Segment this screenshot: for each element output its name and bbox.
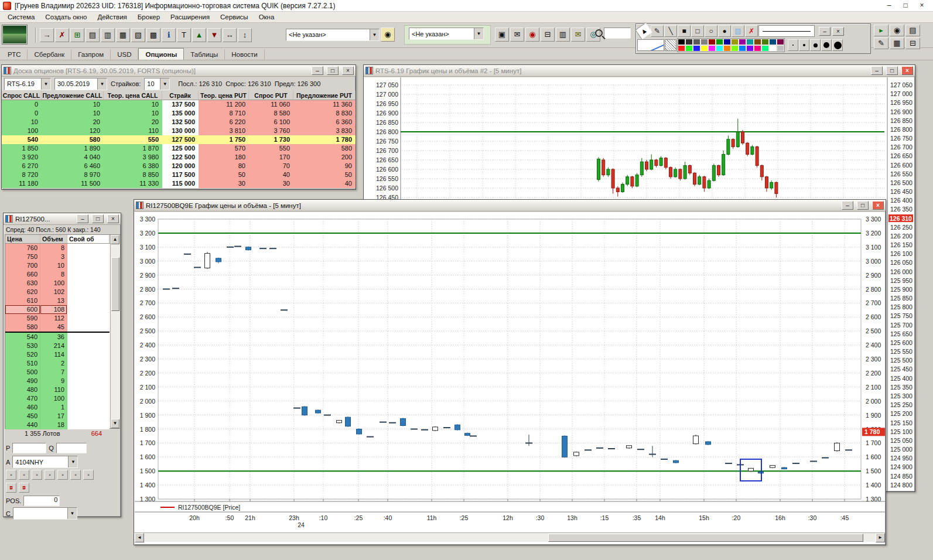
depth-volume-cell[interactable]: 114 — [40, 350, 67, 359]
column-header-2[interactable]: Теор. цена CALL — [104, 91, 162, 100]
ri-close-button[interactable]: × — [872, 201, 884, 210]
depth-row[interactable]: 6608 — [5, 270, 120, 279]
column-header-4[interactable]: Теор. цена PUT — [199, 91, 249, 100]
menu-item-брокер[interactable]: Брокер — [132, 12, 165, 22]
depth-scrollbar[interactable]: ▲ ▼ — [110, 235, 120, 428]
portfolio-table-icon[interactable]: ▧ — [131, 28, 145, 42]
depth-price-cell[interactable]: 460 — [5, 403, 40, 412]
menu-item-расширения[interactable]: Расширения — [165, 12, 215, 22]
option-price-cell[interactable]: 580 — [42, 135, 104, 144]
color-swatch-15[interactable] — [685, 45, 693, 52]
rts-chart-titlebar[interactable]: RTS-6.19 График цены и объёма #2 - [5 ми… — [364, 65, 915, 77]
color-swatch-16[interactable] — [693, 45, 700, 52]
tool-button-5[interactable]: ▪ — [57, 470, 68, 480]
depth-volume-cell[interactable]: 100 — [40, 394, 67, 403]
option-price-cell[interactable]: 11 500 — [42, 179, 104, 188]
depth-price-cell[interactable]: 700 — [5, 261, 40, 270]
color-swatch-14[interactable] — [678, 45, 685, 52]
option-price-cell[interactable]: 40 — [293, 179, 356, 188]
mail-icon[interactable]: ✉ — [510, 28, 524, 42]
quotes-table-icon[interactable]: ▤ — [86, 28, 100, 42]
options-row[interactable]: 102020132 5006 2206 1006 360 — [2, 118, 356, 127]
option-price-cell[interactable]: 0 — [2, 109, 42, 118]
depth-row[interactable]: 630100 — [5, 279, 120, 288]
ri-scroll-thumb[interactable] — [548, 534, 863, 542]
option-price-cell[interactable]: 70 — [249, 162, 293, 170]
option-price-cell[interactable]: 570 — [199, 144, 249, 153]
line-tool-icon[interactable]: ╲ — [664, 25, 677, 37]
depth-volume-cell[interactable]: 13 — [40, 296, 67, 305]
depth-price-cell[interactable]: 540 — [5, 333, 40, 342]
depth-row[interactable]: 530214 — [5, 342, 120, 350]
option-price-cell[interactable]: 90 — [293, 162, 356, 170]
tab-опционы[interactable]: Опционы — [138, 48, 184, 60]
options-row[interactable]: 100120110130 0003 8103 7603 830 — [2, 127, 356, 135]
rts-close-button[interactable]: × — [901, 66, 913, 75]
column-header-0[interactable]: Спрос CALL — [2, 91, 42, 100]
depth-own-cell[interactable] — [67, 359, 110, 368]
deposit-icon[interactable]: ▲ — [192, 28, 206, 42]
option-price-cell[interactable]: 1 850 — [2, 144, 42, 153]
color-swatch-13[interactable] — [777, 39, 784, 45]
depth-minimize-button[interactable]: – — [77, 214, 88, 223]
chevron-down-icon[interactable]: ▼ — [370, 29, 379, 40]
rts-minimize-button[interactable]: – — [871, 66, 883, 75]
depth-volume-cell[interactable]: 8 — [40, 244, 67, 252]
depth-volume-cell[interactable]: 100 — [40, 279, 67, 288]
depth-price-cell[interactable]: 520 — [5, 350, 40, 359]
instrument-combo-2[interactable]: <Не указан> ▼ — [409, 28, 484, 40]
option-price-cell[interactable]: 0 — [2, 100, 42, 109]
color-swatch-11[interactable] — [761, 39, 769, 45]
option-price-cell[interactable]: 11 330 — [104, 179, 162, 188]
depth-own-cell[interactable] — [67, 394, 110, 403]
chevron-down-icon[interactable]: ▼ — [68, 456, 77, 467]
line-style-selector[interactable] — [637, 39, 664, 51]
option-price-cell[interactable]: 50 — [293, 170, 356, 179]
find-instrument-button[interactable]: ◉ — [381, 28, 395, 42]
red-tool-button-1[interactable]: ¤ — [6, 483, 16, 493]
depth-volume-cell[interactable]: 1 — [40, 403, 67, 412]
tab-новости[interactable]: Новости — [225, 49, 265, 60]
color-swatch-27[interactable] — [777, 45, 784, 52]
crosshair-icon[interactable]: ◉ — [890, 25, 904, 36]
option-price-cell[interactable]: 1 730 — [249, 135, 293, 144]
color-swatch-12[interactable] — [769, 39, 777, 45]
depth-price-cell[interactable]: 660 — [5, 270, 40, 279]
option-price-cell[interactable]: 8 720 — [2, 170, 42, 179]
menu-item-сервисы[interactable]: Сервисы — [215, 12, 254, 22]
depth-own-cell[interactable] — [67, 350, 110, 359]
option-price-cell[interactable]: 11 180 — [2, 179, 42, 188]
tool-button-4[interactable]: ▪ — [45, 470, 55, 480]
options-date-combo[interactable]: 30.05.2019 ▼ — [54, 78, 107, 90]
new-order-icon[interactable]: → — [40, 28, 54, 42]
color-swatch-19[interactable] — [716, 45, 723, 52]
depth-own-cell[interactable] — [67, 403, 110, 412]
depth-own-cell[interactable] — [67, 279, 110, 288]
option-price-cell[interactable]: 8 850 — [104, 170, 162, 179]
depth-volume-cell[interactable]: 10 — [40, 261, 67, 270]
layers-icon[interactable]: ▤ — [905, 25, 920, 36]
option-price-cell[interactable]: 110 — [104, 127, 162, 135]
color-swatch-23[interactable] — [746, 45, 754, 52]
pointer-tool-icon[interactable]: ▲ — [635, 22, 652, 39]
depth-row[interactable]: 480110 — [5, 385, 120, 394]
option-price-cell[interactable]: 180 — [199, 153, 249, 162]
tab-газпром[interactable]: Газпром — [71, 49, 111, 60]
depth-price-cell[interactable]: 750 — [5, 252, 40, 261]
option-price-cell[interactable]: 580 — [293, 144, 356, 153]
tab-таблицы[interactable]: Таблицы — [184, 49, 225, 60]
strike-cell[interactable]: 132 500 — [162, 118, 199, 127]
color-swatch-10[interactable] — [754, 39, 761, 45]
color-swatch-26[interactable] — [769, 45, 777, 52]
depth-restore-button[interactable]: □ — [92, 214, 104, 223]
drawbar-minimize-button[interactable]: – — [819, 27, 831, 36]
color-swatch-25[interactable] — [761, 45, 769, 52]
tab-сбербанк[interactable]: Сбербанк — [28, 49, 71, 60]
option-price-cell[interactable]: 8 580 — [249, 109, 293, 118]
depth-close-button[interactable]: × — [107, 214, 119, 223]
option-price-cell[interactable]: 40 — [249, 170, 293, 179]
depth-scroll-thumb[interactable] — [111, 257, 119, 311]
depth-own-cell[interactable] — [67, 288, 110, 296]
anchor-icon[interactable]: ↕ — [238, 28, 252, 42]
option-price-cell[interactable]: 6 100 — [249, 118, 293, 127]
